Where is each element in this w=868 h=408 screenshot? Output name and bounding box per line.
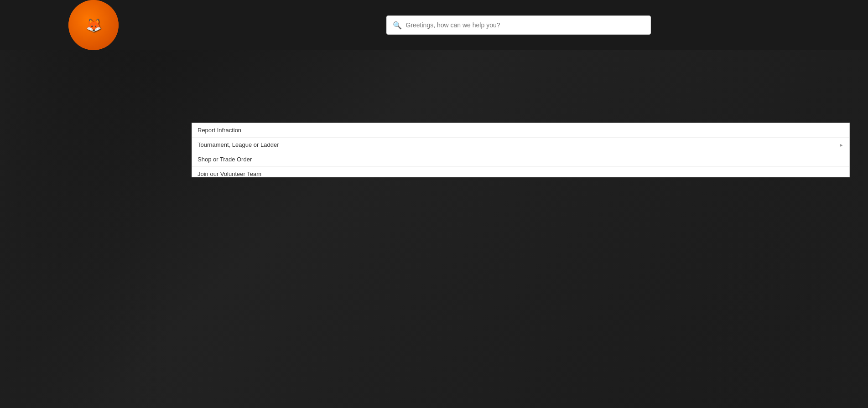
search-area: 🔍 <box>178 15 859 35</box>
chevron-right-icon: ► <box>839 142 844 148</box>
dropdown-list[interactable]: Report Infraction Tournament, League or … <box>192 123 850 177</box>
dropdown-option-shop[interactable]: Shop or Trade Order <box>192 152 849 167</box>
dropdown-list-inner[interactable]: Report Infraction Tournament, League or … <box>192 123 849 177</box>
search-box: 🔍 <box>386 15 651 35</box>
logo-area: 🦊 <box>9 0 178 50</box>
header: 🦊 🔍 <box>0 0 868 50</box>
dropdown-option-volunteer[interactable]: Join our Volunteer Team <box>192 167 849 177</box>
search-icon: 🔍 <box>393 21 402 30</box>
contact-reason-dropdown[interactable]: Report Infraction Tournament, League or … <box>192 123 850 177</box>
logo: 🦊 <box>68 0 119 50</box>
search-input[interactable] <box>386 15 651 35</box>
dropdown-option-report-infraction[interactable]: Report Infraction <box>192 123 849 138</box>
dropdown-option-tournament[interactable]: Tournament, League or Ladder ► <box>192 138 849 152</box>
